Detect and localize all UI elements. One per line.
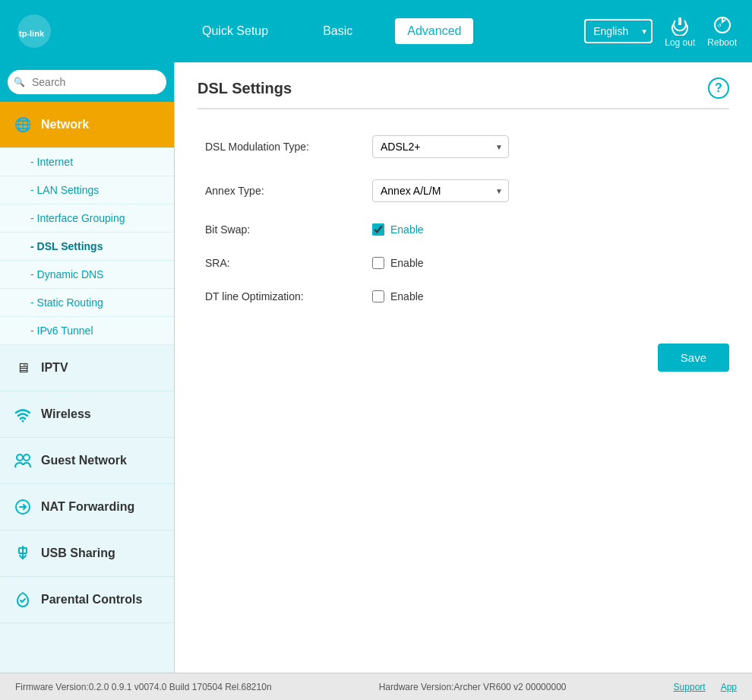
- dt-line-row: DT line Optimization: Enable: [197, 280, 729, 313]
- svg-text:↺: ↺: [717, 23, 722, 28]
- hardware-version: Hardware Version:Archer VR600 v2 0000000…: [379, 682, 567, 692]
- bit-swap-checkbox[interactable]: [372, 223, 384, 236]
- sra-label: SRA:: [197, 246, 365, 280]
- footer-links: Support App: [674, 682, 737, 692]
- sra-value: Enable: [365, 246, 729, 280]
- dsl-settings-form: DSL Modulation Type: ADSL2+ ADSL ADSL2 V…: [197, 125, 729, 313]
- annex-type-select[interactable]: Annex A/L/M Annex B Annex C: [372, 179, 509, 202]
- sidebar-sub-dynamic-dns[interactable]: - Dynamic DNS: [0, 261, 174, 289]
- annex-type-select-wrapper: Annex A/L/M Annex B Annex C: [372, 179, 509, 202]
- header: tp-link Quick Setup Basic Advanced Engli…: [0, 0, 752, 62]
- dt-line-enable-text: Enable: [390, 290, 424, 302]
- save-button[interactable]: Save: [658, 344, 729, 372]
- sra-checkbox[interactable]: [372, 257, 384, 269]
- search-wrapper: [8, 70, 166, 94]
- dt-line-checkbox[interactable]: [372, 290, 384, 302]
- language-wrapper: English Chinese French German Spanish: [584, 19, 652, 43]
- svg-point-5: [17, 455, 23, 461]
- svg-text:tp-link: tp-link: [19, 29, 45, 38]
- sidebar: 🌐 Network - Internet - LAN Settings - In…: [0, 62, 175, 673]
- sidebar-sub-lan-settings[interactable]: - LAN Settings: [0, 176, 174, 204]
- svg-point-6: [24, 455, 30, 461]
- footer: Firmware Version:0.2.0 0.9.1 v0074.0 Bui…: [0, 673, 752, 700]
- sidebar-nat-label: NAT Forwarding: [41, 500, 134, 514]
- sidebar-sub-dsl-settings[interactable]: - DSL Settings: [0, 233, 174, 261]
- bit-swap-row: Bit Swap: Enable: [197, 213, 729, 246]
- nav-quick-setup[interactable]: Quick Setup: [190, 18, 280, 44]
- reboot-icon: ↺: [712, 14, 733, 36]
- support-link[interactable]: Support: [674, 682, 706, 692]
- sidebar-item-network[interactable]: 🌐 Network: [0, 102, 174, 148]
- nav-tabs: Quick Setup Basic Advanced: [190, 18, 584, 44]
- sidebar-wireless-label: Wireless: [41, 407, 91, 421]
- usb-sharing-icon: [12, 543, 33, 564]
- sidebar-iptv-label: IPTV: [41, 361, 68, 375]
- dsl-modulation-label: DSL Modulation Type:: [197, 125, 365, 169]
- help-icon[interactable]: ?: [708, 78, 729, 99]
- logout-label: Log out: [665, 37, 695, 48]
- dt-line-checkbox-label[interactable]: Enable: [372, 290, 722, 302]
- sidebar-parental-label: Parental Controls: [41, 593, 142, 607]
- sidebar-usb-label: USB Sharing: [41, 546, 115, 560]
- sidebar-item-wireless[interactable]: Wireless: [0, 391, 174, 438]
- sra-enable-text: Enable: [390, 257, 424, 269]
- reboot-label: Reboot: [707, 37, 737, 48]
- logo-area: tp-link: [15, 12, 190, 50]
- dt-line-value: Enable: [365, 280, 729, 313]
- annex-type-row: Annex Type: Annex A/L/M Annex B Annex C: [197, 169, 729, 213]
- sidebar-item-nat-forwarding[interactable]: NAT Forwarding: [0, 484, 174, 531]
- page-title: DSL Settings: [197, 80, 292, 97]
- sidebar-item-parental-controls[interactable]: Parental Controls: [0, 577, 174, 623]
- search-box: [0, 62, 174, 102]
- iptv-icon: 🖥: [12, 357, 33, 379]
- nav-advanced[interactable]: Advanced: [395, 18, 473, 44]
- parental-controls-icon: [12, 589, 33, 610]
- bit-swap-enable-text: Enable: [390, 223, 424, 236]
- sra-checkbox-label[interactable]: Enable: [372, 257, 722, 269]
- logout-button[interactable]: Log out: [665, 14, 695, 48]
- tp-link-logo: tp-link: [15, 12, 53, 50]
- dsl-modulation-select-wrapper: ADSL2+ ADSL ADSL2 VDSL2 Auto: [372, 135, 509, 158]
- wireless-icon: [12, 404, 33, 425]
- sidebar-sub-interface-grouping[interactable]: - Interface Grouping: [0, 204, 174, 233]
- sidebar-guest-network-label: Guest Network: [41, 454, 127, 467]
- svg-point-4: [22, 420, 24, 423]
- header-right: English Chinese French German Spanish Lo…: [584, 14, 737, 48]
- sidebar-item-iptv[interactable]: 🖥 IPTV: [0, 345, 174, 391]
- bit-swap-value: Enable: [365, 213, 729, 246]
- nat-forwarding-icon: [12, 496, 33, 518]
- annex-type-value: Annex A/L/M Annex B Annex C: [365, 169, 729, 213]
- bit-swap-checkbox-label[interactable]: Enable: [372, 223, 722, 236]
- language-select[interactable]: English Chinese French German Spanish: [584, 19, 652, 43]
- app-link[interactable]: App: [721, 682, 737, 692]
- sidebar-network-label: Network: [41, 118, 89, 131]
- dsl-modulation-value: ADSL2+ ADSL ADSL2 VDSL2 Auto: [365, 125, 729, 169]
- sidebar-sub-ipv6-tunnel[interactable]: - IPv6 Tunnel: [0, 317, 174, 345]
- sidebar-sub-internet[interactable]: - Internet: [0, 148, 174, 176]
- dsl-modulation-row: DSL Modulation Type: ADSL2+ ADSL ADSL2 V…: [197, 125, 729, 169]
- sidebar-item-guest-network[interactable]: Guest Network: [0, 438, 174, 484]
- page-header: DSL Settings ?: [197, 78, 729, 109]
- sidebar-item-usb-sharing[interactable]: USB Sharing: [0, 531, 174, 577]
- firmware-version: Firmware Version:0.2.0 0.9.1 v0074.0 Bui…: [15, 682, 272, 692]
- guest-network-icon: [12, 450, 33, 471]
- dt-line-label: DT line Optimization:: [197, 280, 365, 313]
- sidebar-sub-static-routing[interactable]: - Static Routing: [0, 289, 174, 317]
- nav-basic[interactable]: Basic: [311, 18, 365, 44]
- dsl-modulation-select[interactable]: ADSL2+ ADSL ADSL2 VDSL2 Auto: [372, 135, 509, 158]
- reboot-button[interactable]: ↺ Reboot: [707, 14, 737, 48]
- search-input[interactable]: [8, 70, 166, 94]
- sra-row: SRA: Enable: [197, 246, 729, 280]
- annex-type-label: Annex Type:: [197, 169, 365, 213]
- network-icon: 🌐: [12, 114, 33, 135]
- main-layout: 🌐 Network - Internet - LAN Settings - In…: [0, 62, 752, 673]
- svg-rect-2: [678, 17, 681, 25]
- main-content: DSL Settings ? DSL Modulation Type: ADSL…: [175, 62, 752, 673]
- logout-icon: [669, 14, 690, 36]
- bit-swap-label: Bit Swap:: [197, 213, 365, 246]
